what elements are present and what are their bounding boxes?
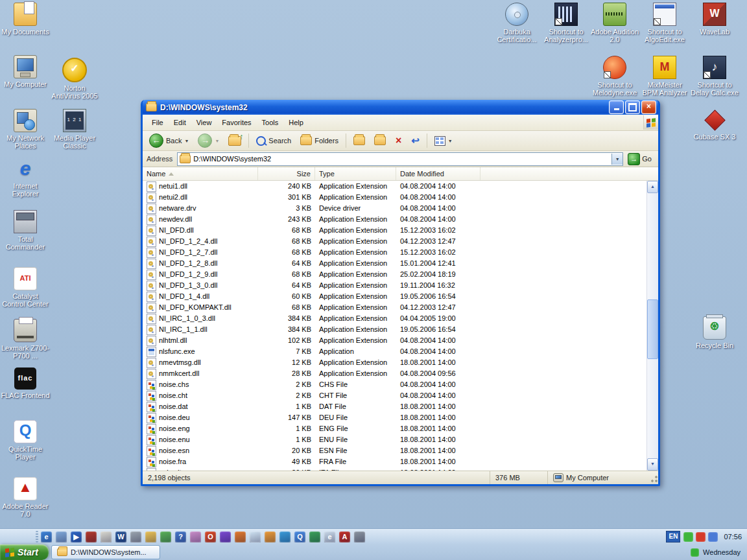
file-row[interactable]: nmmkcert.dll28 KBApplication Extension04… [143,368,646,379]
notepad-icon[interactable] [101,531,112,542]
copy-to-button[interactable] [370,134,390,147]
file-row[interactable]: NI_DFD_1_2_8.dll64 KBApplication Extensi… [143,258,646,269]
file-row[interactable]: NI_DFD_1_3_0.dll64 KBApplication Extensi… [143,280,646,291]
file-row[interactable]: NI_DFD_1_2_7.dll68 KBApplication Extensi… [143,247,646,258]
file-row[interactable]: nlsfunc.exe7 KBApplication04.08.2004 14:… [143,346,646,357]
file-row[interactable]: netui1.dll240 KBApplication Extension04.… [143,181,646,192]
display-settings-icon[interactable] [683,532,693,542]
desktop-icon-internet-explorer[interactable]: eInternet Explorer [0,158,51,198]
file-row[interactable]: noise.chs2 KBCHS File04.08.2004 14:00 [143,379,646,390]
file-row[interactable]: netware.drv3 KBDevice driver04.08.2004 1… [143,203,646,214]
acrobat-reader-icon[interactable]: A [339,531,350,542]
file-row[interactable]: NI_DFD_1_2_9.dll68 KBApplication Extensi… [143,269,646,280]
language-indicator[interactable]: EN [666,531,680,542]
desktop-icon-wavelab[interactable]: WWaveLab [689,3,740,36]
file-row[interactable]: NI_DFD_KOMPAKT.dll68 KBApplication Exten… [143,302,646,313]
quicktime-icon[interactable]: Q [294,531,305,542]
file-row[interactable]: noise.cht2 KBCHT File04.08.2004 14:00 [143,390,646,401]
start-button[interactable]: Start [0,544,49,560]
desktop-icon-mixmeister[interactable]: MMixMeister BPM Analyzer [639,56,690,97]
task-button-explorer[interactable]: D:\WINDOWS\system... [51,545,160,559]
go-button[interactable]: →Go [626,152,656,166]
move-to-button[interactable] [350,134,369,147]
menu-favorites[interactable]: Favorites [217,117,256,128]
file-row[interactable]: nmevtmsg.dll12 KBApplication Extension18… [143,357,646,368]
menu-edit[interactable]: Edit [169,117,191,128]
quick-launch-handle[interactable] [36,531,38,542]
scroll-up-icon[interactable]: ▲ [647,181,658,193]
flashget-icon[interactable] [279,531,290,542]
desktop-icon-catalyst-control-center[interactable]: ATICatalyst Control Center [0,267,51,308]
views-dropdown-icon[interactable]: ▼ [448,139,453,143]
internet-explorer-icon[interactable]: e [41,531,52,542]
desktop-icon-darbuka[interactable]: Darbuka Certificatio... [492,3,542,43]
delete-button[interactable]: × [391,134,406,147]
desktop-icon-recycle-bin[interactable]: ♼Recycle Bin [689,316,740,349]
desktop-icon-my-network-places[interactable]: My Network Places [0,109,51,150]
antivirus-status-icon[interactable] [696,532,706,542]
desktop-icon-norton-antivirus[interactable]: ✓Norton AntiVirus 2005 [49,58,100,100]
desktop-icon-flac-frontend[interactable]: flacFLAC Frontend [0,368,51,399]
seo-tool-icon[interactable]: e [324,531,335,542]
forward-button[interactable]: →▼ [194,132,223,150]
file-row[interactable]: newdev.dll243 KBApplication Extension04.… [143,214,646,225]
vertical-scrollbar[interactable]: ▲ ▼ [646,181,658,471]
skype-icon[interactable] [250,531,261,542]
column-header-name[interactable]: Name [143,167,258,180]
maximize-button[interactable] [625,100,640,114]
undo-button[interactable]: ↩ [407,134,423,147]
msn-messenger-icon[interactable] [160,531,171,542]
desktop-icon-total-commander[interactable]: Total Commander [0,210,51,251]
scroll-thumb[interactable] [647,299,658,359]
file-row[interactable]: nlhtml.dll102 KBApplication Extension04.… [143,335,646,346]
minimize-button[interactable] [609,100,624,114]
desktop-icon-media-player-classic[interactable]: Media Player Classic [49,109,100,150]
address-dropdown-button[interactable]: ▼ [611,154,622,165]
desktop-icon-delay-calc[interactable]: ♪Shortcut to Delay Calc.exe [689,56,740,97]
internet-globe-icon[interactable] [309,531,320,542]
address-input[interactable]: D:\WINDOWS\system32 ▼ [177,152,623,166]
up-button[interactable] [224,134,245,148]
back-button[interactable]: ←Back▼ [145,132,193,150]
title-bar[interactable]: D:\WINDOWS\system32 × [143,100,658,115]
resize-grip[interactable] [649,471,658,484]
desktop-icon-algoedit[interactable]: Shortcut to AlgoEdit.exe [639,3,690,43]
desktop-icon-my-computer[interactable]: My Computer [0,55,51,88]
scroll-track[interactable] [647,193,658,458]
menu-tools[interactable]: Tools [257,117,284,128]
menu-file[interactable]: File [147,117,169,128]
paint-icon[interactable] [190,531,201,542]
file-row[interactable]: noise.dat1 KBDAT File18.08.2001 14:00 [143,401,646,412]
desktop-icon-cubase[interactable]: Cubase SX 3 [689,109,740,141]
word-icon[interactable]: W [115,531,126,542]
menu-help[interactable]: Help [283,117,309,128]
desktop-icon-lexmark-printer[interactable]: Lexmark Z700-P700 ... [0,319,51,360]
file-row[interactable]: noise.deu147 KBDEU File18.08.2001 14:00 [143,412,646,423]
search-button[interactable]: Search [252,134,295,148]
desktop-icon-adobe-reader[interactable]: ▲Adobe Reader 7.0 [0,477,51,518]
file-row[interactable]: noise.fra49 KBFRA File18.08.2001 14:00 [143,456,646,467]
file-row[interactable]: noise.eng1 KBENG File18.08.2001 14:00 [143,423,646,434]
column-header-date[interactable]: Date Modified [396,167,480,180]
scroll-down-icon[interactable]: ▼ [647,458,658,471]
file-row[interactable]: NI_DFD_1_4.dll60 KBApplication Extension… [143,291,646,302]
itunes-icon[interactable] [265,531,276,542]
volume-icon[interactable] [708,532,718,542]
firefox-icon[interactable] [235,531,246,542]
winamp-icon[interactable] [86,531,97,542]
column-header-type[interactable]: Type [315,167,396,180]
desktop-icon-melodyne[interactable]: Shortcut to Melodyne.exe [589,56,640,97]
windows-media-player-icon[interactable]: ▶ [71,531,82,542]
file-row[interactable]: NI_IRC_1_1.dll384 KBApplication Extensio… [143,324,646,335]
desktop-icon-my-documents[interactable]: My Documents [0,3,51,36]
close-button[interactable]: × [641,100,656,114]
file-row[interactable]: NI_IRC_1_0_3.dll384 KBApplication Extens… [143,313,646,324]
scissors-tool-icon[interactable] [130,531,141,542]
desktop-icon-analyzer[interactable]: Shortcut to Analyzerpro... [541,3,591,43]
file-row[interactable]: netui2.dll301 KBApplication Extension04.… [143,192,646,203]
file-row[interactable]: NI_DFD_1_2_4.dll68 KBApplication Extensi… [143,236,646,247]
clock[interactable]: 07:56 [721,533,742,541]
messenger-status-icon[interactable] [691,548,699,557]
key-manager-icon[interactable] [354,531,365,542]
acdsee-icon[interactable] [220,531,231,542]
